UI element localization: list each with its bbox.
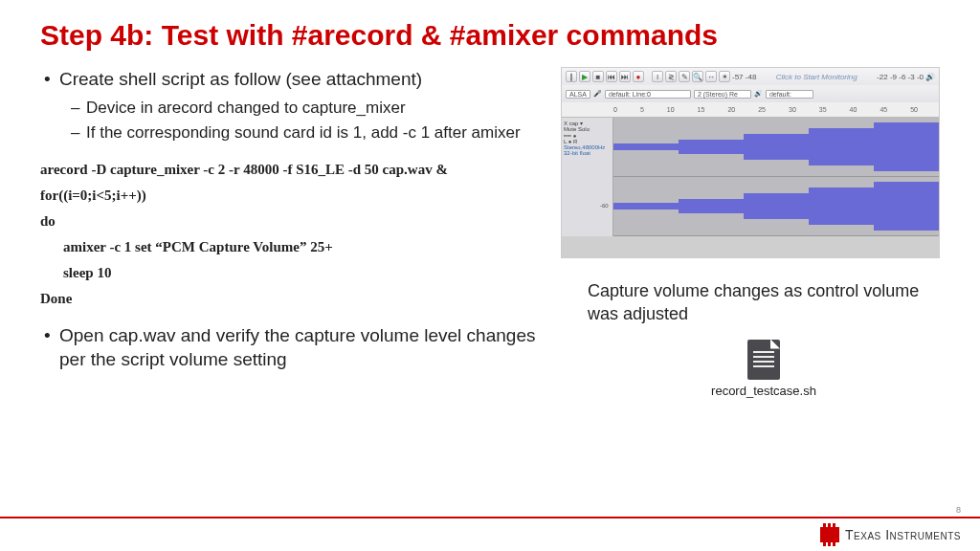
ruler-tick: 25: [758, 106, 766, 113]
ruler-tick: 50: [910, 106, 918, 113]
zoom-tool-icon: 🔍: [692, 71, 703, 82]
subbullet-device: Device in arecord changed to capture_mix…: [40, 98, 538, 119]
file-icon: [747, 340, 780, 380]
right-column: ∥ ▶ ■ ⏮ ⏭ ● I ≷ ✎ 🔍 ↔ ✶ -57 -48 Click to…: [561, 67, 940, 398]
multi-tool-icon: ✶: [719, 71, 730, 82]
company-name: Texas Instruments: [845, 527, 961, 542]
channels-select: 2 (Stereo) Re: [694, 90, 751, 99]
record-icon: ●: [633, 71, 644, 82]
code-line: for((i=0;i<5;i++)): [40, 183, 538, 209]
ruler-tick: 30: [789, 106, 796, 113]
track-left: X cap ▾Mute Solo━━ ●L ● RStereo,48000Hz3…: [562, 118, 939, 177]
subbullet-soundcard: If the corresponding sound card id is 1,…: [40, 122, 538, 143]
envelope-tool-icon: ≷: [665, 71, 677, 82]
pause-icon: ∥: [566, 71, 577, 82]
code-line: do: [40, 209, 538, 234]
company-logo: Texas Instruments: [820, 527, 961, 542]
ruler-tick: 15: [698, 106, 705, 113]
attachment: record_testcase.sh: [588, 340, 940, 398]
code-block: arecord -D capture_mixer -c 2 -r 48000 -…: [40, 157, 538, 312]
code-line: Done: [40, 286, 538, 312]
attachment-filename: record_testcase.sh: [711, 384, 816, 398]
left-column: Create shell script as follow (see attac…: [40, 67, 538, 398]
track-info-panel: X cap ▾Mute Solo━━ ●L ● RStereo,48000Hz3…: [562, 118, 613, 177]
host-select: ALSA: [566, 90, 590, 99]
stop-icon: ■: [592, 71, 604, 82]
timeline-ruler: 0 5 10 15 20 25 30 35 40 45 50: [562, 102, 939, 118]
selection-tool-icon: I: [652, 71, 663, 82]
waveform-left: [613, 118, 939, 177]
slide-footer: 8 Texas Instruments: [0, 517, 980, 551]
skip-end-icon: ⏭: [619, 71, 631, 82]
page-number: 8: [956, 505, 961, 515]
monitor-hint: Click to Start Monitoring: [758, 73, 875, 81]
skip-start-icon: ⏮: [606, 71, 617, 82]
track-right: -60: [562, 177, 939, 236]
ruler-tick: 5: [640, 106, 644, 113]
draw-tool-icon: ✎: [679, 71, 690, 82]
mic-icon: 🎤: [593, 90, 602, 98]
figure-caption: Capture volume changes as control volume…: [588, 279, 940, 326]
code-line: amixer -c 1 set “PCM Capture Volume” 25+: [40, 234, 538, 260]
axis-label: -60: [600, 203, 609, 209]
ruler-tick: 20: [727, 106, 735, 113]
ti-chip-icon: [820, 527, 839, 542]
ruler-tick: 0: [613, 106, 617, 113]
rec-device-select: default: Line:0: [605, 90, 691, 99]
speaker-icon: 🔊: [925, 73, 935, 81]
ruler-tick: 40: [850, 106, 858, 113]
rec-meter-label: -57 -48: [732, 73, 756, 81]
slide-title: Step 4b: Test with #arecord & #amixer co…: [40, 19, 940, 52]
speaker-icon: 🔊: [754, 90, 763, 98]
code-line: sleep 10: [40, 260, 538, 286]
transport-toolbar: ∥ ▶ ■ ⏮ ⏭ ● I ≷ ✎ 🔍 ↔ ✶ -57 -48 Click to…: [562, 68, 939, 85]
audacity-screenshot: ∥ ▶ ■ ⏮ ⏭ ● I ≷ ✎ 🔍 ↔ ✶ -57 -48 Click to…: [561, 67, 940, 258]
code-line: arecord -D capture_mixer -c 2 -r 48000 -…: [40, 157, 538, 183]
tracks-area: X cap ▾Mute Solo━━ ●L ● RStereo,48000Hz3…: [562, 118, 939, 236]
waveform-right: -60: [613, 177, 939, 236]
play-icon: ▶: [579, 71, 590, 82]
timeshift-tool-icon: ↔: [705, 71, 717, 82]
play-device-select: default:: [766, 90, 813, 99]
ruler-tick: 10: [667, 106, 675, 113]
ruler-tick: 35: [819, 106, 827, 113]
bullet-create-script: Create shell script as follow (see attac…: [40, 67, 538, 92]
device-toolbar: ALSA 🎤 default: Line:0 2 (Stereo) Re 🔊 d…: [562, 85, 939, 102]
ruler-tick: 45: [880, 106, 887, 113]
play-meter-label: -22 -9 -6 -3 -0: [877, 73, 924, 81]
bullet-verify: Open cap.wav and verify the capture volu…: [40, 323, 538, 372]
